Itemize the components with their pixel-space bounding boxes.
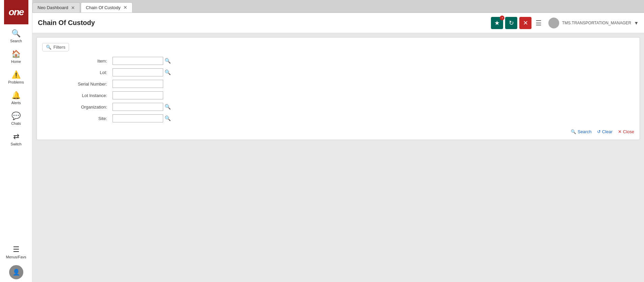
site-search-icon[interactable]: 🔍 [165,115,171,121]
clear-icon: ↺ [597,129,601,134]
lot-instance-label: Lot Instance: [42,93,110,98]
filter-search-icon: 🔍 [46,45,51,50]
warning-icon: ⚠️ [11,70,21,79]
serial-number-input[interactable] [113,80,163,88]
item-search-icon[interactable]: 🔍 [165,58,171,64]
sidebar-item-menus[interactable]: ☰ Menus/Favs [0,242,32,262]
site-field-wrap: 🔍 [113,114,204,122]
page-content: 🔍 Filters Item: 🔍 Lot: 🔍 Serial Number: [32,33,644,282]
switch-icon: ⇄ [13,132,19,141]
search-action-icon: 🔍 [571,129,576,134]
filters-toggle[interactable]: 🔍 Filters [42,43,69,51]
home-icon: 🏠 [11,50,21,58]
refresh-button[interactable]: ↻ [505,17,517,29]
close-filter-icon: ✕ [618,129,622,134]
bell-icon: 🔔 [11,91,21,100]
filter-actions: 🔍 Search ↺ Clear ✕ Close [42,129,634,134]
user-avatar [548,18,559,28]
avatar[interactable]: 👤 [9,265,23,279]
page-header: Chain Of Custody ★ • ↻ ✕ ☰ TMS.TRANSPORT… [32,13,644,33]
sidebar-item-alerts[interactable]: 🔔 Alerts [0,88,32,108]
user-name: TMS.TRANSPORTATION_MANAGER [562,21,631,25]
favorite-button[interactable]: ★ • [491,17,503,29]
close-label: Close [623,129,634,134]
page-title: Chain Of Custody [38,19,491,27]
favorite-badge: • [500,16,504,20]
sidebar-avatar-container[interactable]: 👤 [9,265,23,279]
tab-neo-dashboard[interactable]: Neo Dashboard ✕ [32,2,80,13]
hamburger-icon: ☰ [536,19,542,27]
sidebar-item-label: Chats [11,121,21,125]
sidebar-item-label: Problems [8,80,24,84]
tab-chain-of-custody[interactable]: Chain Of Custody ✕ [81,2,132,13]
organization-field-wrap: 🔍 [113,103,204,111]
lot-input[interactable] [113,68,163,76]
sidebar-item-label: Home [11,60,21,64]
lot-search-icon[interactable]: 🔍 [165,69,171,75]
sidebar-item-switch[interactable]: ⇄ Switch [0,129,32,149]
main-content: Neo Dashboard ✕ Chain Of Custody ✕ Chain… [32,0,644,282]
lot-instance-input[interactable] [113,91,163,99]
star-icon: ★ [494,19,500,27]
refresh-icon: ↻ [509,19,514,27]
tab-label: Neo Dashboard [38,5,68,10]
close-icon: ✕ [523,19,528,27]
close-page-button[interactable]: ✕ [519,17,531,29]
clear-label: Clear [602,129,613,134]
filters-label: Filters [53,45,65,50]
serial-number-field-wrap [113,80,204,88]
organization-search-icon[interactable]: 🔍 [165,104,171,110]
site-input[interactable] [113,114,163,122]
tab-bar: Neo Dashboard ✕ Chain Of Custody ✕ [32,0,644,13]
filter-panel: 🔍 Filters Item: 🔍 Lot: 🔍 Serial Number: [36,37,640,140]
search-icon: 🔍 [11,29,21,38]
organization-input[interactable] [113,103,163,111]
chat-icon: 💬 [11,112,21,120]
item-label: Item: [42,58,110,64]
header-menu-button[interactable]: ☰ [534,17,544,29]
user-dropdown-icon[interactable]: ▼ [634,20,639,26]
sidebar-item-label: Alerts [11,101,21,105]
sidebar-item-search[interactable]: 🔍 Search [0,26,32,46]
lot-instance-field-wrap [113,91,204,99]
app-logo[interactable]: one [4,0,28,24]
site-label: Site: [42,116,110,121]
close-tab-neo-dashboard[interactable]: ✕ [71,5,75,10]
serial-number-label: Serial Number: [42,81,110,87]
sidebar-item-problems[interactable]: ⚠️ Problems [0,67,32,88]
user-info: TMS.TRANSPORTATION_MANAGER ▼ [548,18,639,28]
sidebar: one 🔍 Search 🏠 Home ⚠️ Problems 🔔 Alerts… [0,0,32,282]
sidebar-item-label: Search [10,39,22,43]
item-input[interactable] [113,57,163,65]
sidebar-item-chats[interactable]: 💬 Chats [0,108,32,129]
close-button[interactable]: ✕ Close [618,129,634,134]
search-action-label: Search [577,129,591,134]
item-field-wrap: 🔍 [113,57,204,65]
organization-label: Organization: [42,104,110,110]
sidebar-item-label: Menus/Favs [6,255,26,259]
lot-field-wrap: 🔍 [113,68,204,76]
sidebar-item-label: Switch [10,142,21,146]
menu-icon: ☰ [13,245,20,254]
close-tab-chain-of-custody[interactable]: ✕ [123,5,127,10]
header-actions: ★ • ↻ ✕ ☰ TMS.TRANSPORTATION_MANAGER ▼ [491,17,639,29]
clear-button[interactable]: ↺ Clear [597,129,613,134]
logo-text: one [9,7,24,18]
sidebar-item-home[interactable]: 🏠 Home [0,46,32,67]
lot-label: Lot: [42,70,110,75]
filter-form: Item: 🔍 Lot: 🔍 Serial Number: Lot Ins [42,57,204,122]
search-button[interactable]: 🔍 Search [571,129,591,134]
tab-label: Chain Of Custody [86,5,121,10]
